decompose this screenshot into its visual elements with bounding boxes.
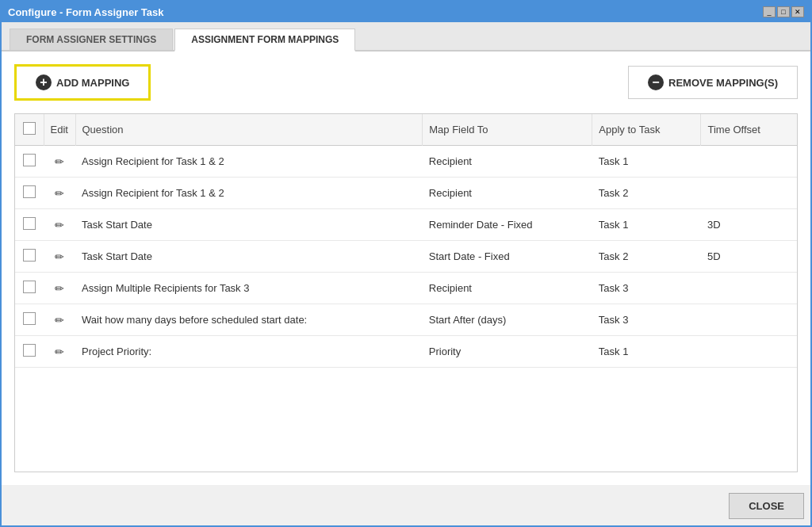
header-edit: Edit	[44, 114, 75, 146]
row-time-offset: 3D	[701, 209, 797, 241]
row-question: Assign Multiple Recipients for Task 3	[75, 273, 423, 304]
header-apply-to-task: Apply to Task	[592, 114, 701, 146]
row-checkbox-cell	[15, 209, 44, 241]
row-time-offset	[701, 178, 797, 209]
row-apply-to-task: Task 1	[592, 146, 701, 178]
edit-icon[interactable]: ✏	[55, 219, 64, 231]
edit-icon[interactable]: ✏	[55, 346, 64, 358]
remove-mapping-label: REMOVE MAPPING(S)	[668, 77, 778, 89]
toolbar: + ADD MAPPING − REMOVE MAPPING(S)	[14, 64, 798, 101]
header-map-field-to: Map Field To	[423, 114, 592, 146]
row-map-field-to: Recipient	[423, 146, 592, 178]
row-time-offset: 5D	[701, 241, 797, 273]
row-map-field-to: Start After (days)	[423, 304, 592, 336]
table-row: ✏ Assign Recipient for Task 1 & 2 Recipi…	[15, 146, 797, 178]
table-row: ✏ Task Start Date Start Date - Fixed Tas…	[15, 241, 797, 273]
edit-icon[interactable]: ✏	[55, 187, 64, 200]
row-map-field-to: Recipient	[423, 178, 592, 209]
maximize-button[interactable]: □	[777, 6, 790, 17]
row-apply-to-task: Task 1	[592, 209, 701, 241]
minimize-button[interactable]: _	[763, 6, 776, 17]
footer: CLOSE	[2, 485, 810, 525]
edit-icon[interactable]: ✏	[55, 314, 64, 327]
row-checkbox[interactable]	[23, 185, 36, 198]
edit-icon[interactable]: ✏	[55, 155, 64, 168]
mappings-table: Edit Question Map Field To Apply to Task	[15, 114, 797, 368]
row-apply-to-task: Task 1	[592, 336, 701, 368]
row-edit-cell: ✏	[44, 241, 75, 273]
content-area: + ADD MAPPING − REMOVE MAPPING(S) Edit	[2, 52, 810, 485]
remove-mapping-button[interactable]: − REMOVE MAPPING(S)	[628, 66, 798, 99]
row-edit-cell: ✏	[44, 273, 75, 304]
row-map-field-to: Recipient	[423, 273, 592, 304]
row-time-offset	[701, 304, 797, 336]
edit-icon[interactable]: ✏	[55, 250, 64, 263]
row-apply-to-task: Task 3	[592, 304, 701, 336]
row-time-offset	[701, 146, 797, 178]
row-time-offset	[701, 273, 797, 304]
row-checkbox-cell	[15, 273, 44, 304]
close-window-button[interactable]: ✕	[791, 6, 804, 17]
row-edit-cell: ✏	[44, 304, 75, 336]
row-edit-cell: ✏	[44, 178, 75, 209]
row-question: Task Start Date	[75, 241, 423, 273]
table-row: ✏ Assign Recipient for Task 1 & 2 Recipi…	[15, 178, 797, 209]
row-checkbox[interactable]	[23, 249, 36, 262]
row-checkbox-cell	[15, 336, 44, 368]
row-checkbox[interactable]	[23, 312, 36, 325]
row-checkbox-cell	[15, 241, 44, 273]
row-question: Assign Recipient for Task 1 & 2	[75, 178, 423, 209]
row-question: Task Start Date	[75, 209, 423, 241]
row-checkbox[interactable]	[23, 154, 36, 166]
row-question: Assign Recipient for Task 1 & 2	[75, 146, 423, 178]
add-mapping-button[interactable]: + ADD MAPPING	[14, 64, 151, 101]
title-bar: Configure - Form Assigner Task _ □ ✕	[2, 2, 810, 22]
row-checkbox[interactable]	[23, 344, 36, 357]
table-row: ✏ Assign Multiple Recipients for Task 3 …	[15, 273, 797, 304]
row-map-field-to: Reminder Date - Fixed	[423, 209, 592, 241]
plus-icon: +	[36, 74, 52, 90]
window-controls: _ □ ✕	[763, 6, 804, 17]
row-checkbox[interactable]	[23, 217, 36, 230]
tab-form-assigner-settings[interactable]: FORM ASSIGNER SETTINGS	[10, 29, 173, 50]
add-mapping-label: ADD MAPPING	[56, 77, 129, 89]
row-map-field-to: Priority	[423, 336, 592, 368]
row-checkbox-cell	[15, 146, 44, 178]
header-checkbox[interactable]	[23, 122, 36, 135]
tabs-bar: FORM ASSIGNER SETTINGS ASSIGNMENT FORM M…	[2, 22, 810, 52]
row-checkbox-cell	[15, 178, 44, 209]
table-row: ✏ Project Priority: Priority Task 1	[15, 336, 797, 368]
header-time-offset: Time Offset	[701, 114, 797, 146]
mappings-table-container: Edit Question Map Field To Apply to Task	[14, 113, 798, 472]
row-edit-cell: ✏	[44, 209, 75, 241]
row-apply-to-task: Task 2	[592, 178, 701, 209]
window-title: Configure - Form Assigner Task	[8, 6, 163, 18]
table-header-row: Edit Question Map Field To Apply to Task	[15, 114, 797, 146]
table-row: ✏ Wait how many days before scheduled st…	[15, 304, 797, 336]
row-question: Project Priority:	[75, 336, 423, 368]
row-map-field-to: Start Date - Fixed	[423, 241, 592, 273]
close-button[interactable]: CLOSE	[729, 493, 804, 519]
row-time-offset	[701, 336, 797, 368]
row-question: Wait how many days before scheduled star…	[75, 304, 423, 336]
minus-icon: −	[648, 74, 664, 90]
row-edit-cell: ✏	[44, 146, 75, 178]
main-window: Configure - Form Assigner Task _ □ ✕ FOR…	[0, 0, 812, 527]
edit-icon[interactable]: ✏	[55, 282, 64, 295]
table-body: ✏ Assign Recipient for Task 1 & 2 Recipi…	[15, 146, 797, 368]
row-apply-to-task: Task 3	[592, 273, 701, 304]
row-edit-cell: ✏	[44, 336, 75, 368]
row-apply-to-task: Task 2	[592, 241, 701, 273]
row-checkbox-cell	[15, 304, 44, 336]
header-checkbox-cell	[15, 114, 44, 146]
header-question: Question	[75, 114, 423, 146]
tab-assignment-form-mappings[interactable]: ASSIGNMENT FORM MAPPINGS	[174, 29, 355, 52]
table-row: ✏ Task Start Date Reminder Date - Fixed …	[15, 209, 797, 241]
row-checkbox[interactable]	[23, 281, 36, 293]
